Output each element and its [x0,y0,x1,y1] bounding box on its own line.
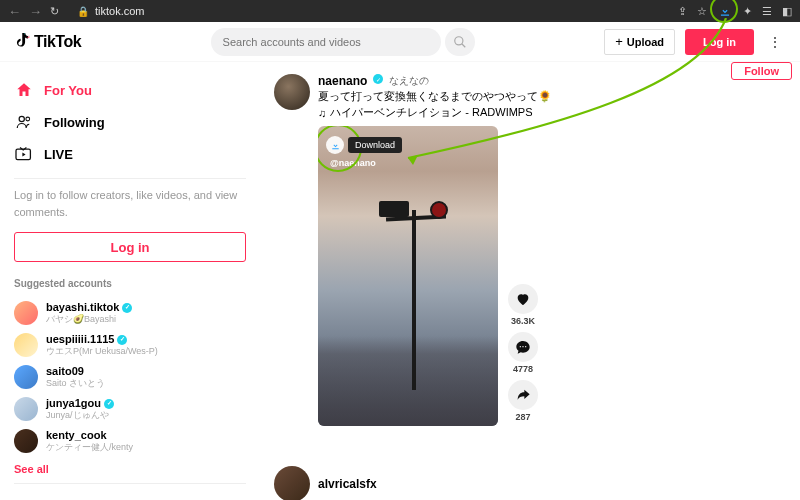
avatar [14,365,38,389]
download-extension-icon[interactable] [717,3,733,19]
account-icon[interactable]: ☰ [762,5,772,18]
browser-chrome: ← → ↻ 🔒 tiktok.com ⇪ ☆ ✦ ☰ ◧ [0,0,800,22]
post-avatar[interactable] [274,74,310,110]
forward-icon[interactable]: → [29,4,42,19]
url-text: tiktok.com [95,5,145,17]
account-sub: Saito さいとう [46,378,105,389]
share-count: 287 [515,412,530,422]
post-username[interactable]: naenano [318,74,367,88]
login-message: Log in to follow creators, like videos, … [14,187,246,220]
music-icon: ♫ [318,107,326,119]
sidebar: For You Following LIVE Log in to follow … [0,62,260,500]
svg-point-6 [522,346,523,347]
feed: Follow naenano ✓ なえなの 夏って打って変換無くなるまでのやつや… [260,62,800,500]
tiktok-header: TikTok + Upload Log in ⋮ [0,22,800,62]
verified-icon: ✓ [122,303,132,313]
live-icon [14,144,34,164]
heart-icon [508,284,538,314]
suggested-account[interactable]: bayashi.tiktok✓ バヤシ🥑Bayashi [14,297,246,329]
video-bg [412,210,416,390]
account-sub: Junya/じゅんや [46,410,114,421]
download-overlay[interactable]: Download [326,136,402,154]
search-icon [453,35,467,49]
sidebar-login-button[interactable]: Log in [14,232,246,262]
svg-point-0 [454,36,462,44]
nav-following[interactable]: Following [14,106,246,138]
avatar [14,429,38,453]
reload-icon[interactable]: ↻ [50,5,59,18]
see-all-link[interactable]: See all [14,463,246,475]
more-menu-icon[interactable]: ⋮ [764,34,786,50]
post-display-name: なえなの [389,74,429,88]
login-label: Log in [703,36,736,48]
comment-action[interactable]: 4778 [508,332,538,374]
svg-line-1 [461,43,465,47]
comment-icon [508,332,538,362]
upload-label: Upload [627,36,664,48]
plus-icon: + [615,34,623,49]
download-tooltip: Download [348,137,402,153]
account-username: bayashi.tiktok [46,301,119,314]
account-sub: バヤシ🥑Bayashi [46,314,132,325]
nav-live[interactable]: LIVE [14,138,246,170]
comment-count: 4778 [513,364,533,374]
like-action[interactable]: 36.3K [508,284,538,326]
suggested-account[interactable]: saito09 Saito さいとう [14,361,246,393]
svg-point-3 [26,117,30,121]
search-input[interactable] [223,36,429,48]
search-box[interactable] [211,28,441,56]
like-count: 36.3K [511,316,535,326]
account-username: saito09 [46,365,84,378]
svg-point-2 [19,116,24,121]
share-icon[interactable]: ⇪ [678,5,687,18]
account-sub: ウエスP(Mr Uekusa/Wes-P) [46,346,158,357]
post-music[interactable]: ♫ ハイパーベンチレイション - RADWIMPS [318,105,786,120]
share-icon [508,380,538,410]
upload-button[interactable]: + Upload [604,29,675,55]
avatar [14,397,38,421]
window-icon[interactable]: ◧ [782,5,792,18]
lock-icon: 🔒 [77,6,89,17]
login-button[interactable]: Log in [685,29,754,55]
puzzle-icon[interactable]: ✦ [743,5,752,18]
post-actions: 36.3K 4778 287 [508,284,538,426]
video-player[interactable]: Download @naenano [318,126,498,426]
sidebar-login-label: Log in [111,240,150,255]
suggested-account[interactable]: junya1gou✓ Junya/じゅんや [14,393,246,425]
svg-point-5 [520,346,521,347]
video-bg [318,336,498,426]
svg-point-7 [525,346,526,347]
account-username: kenty_cook [46,429,107,442]
suggested-account[interactable]: kenty_cook ケンティー健人/kenty [14,425,246,457]
star-icon[interactable]: ☆ [697,5,707,18]
verified-icon: ✓ [104,399,114,409]
account-username: junya1gou [46,397,101,410]
url-bar[interactable]: 🔒 tiktok.com [67,5,670,17]
search-button[interactable] [445,28,475,56]
suggested-heading: Suggested accounts [14,278,246,289]
tiktok-logo[interactable]: TikTok [14,33,81,51]
back-icon[interactable]: ← [8,4,21,19]
post: naenano ✓ なえなの 夏って打って変換無くなるまでのやつやって🌻 ♫ ハ… [274,74,786,426]
account-username: uespiiiii.1115 [46,333,114,346]
avatar [14,333,38,357]
video-bg [379,201,409,217]
post-caption: 夏って打って変換無くなるまでのやつやって🌻 [318,89,786,104]
divider [14,483,246,484]
people-icon [14,112,34,132]
post-username[interactable]: alvricalsfx [318,477,377,491]
chrome-toolbar-icons: ⇪ ☆ ✦ ☰ ◧ [678,3,792,19]
account-sub: ケンティー健人/kenty [46,442,133,453]
nav-label: LIVE [44,147,73,162]
suggested-account[interactable]: uespiiiii.1115✓ ウエスP(Mr Uekusa/Wes-P) [14,329,246,361]
video-bg [430,201,448,219]
avatar [14,301,38,325]
nav-for-you[interactable]: For You [14,74,246,106]
nav-label: For You [44,83,92,98]
post-avatar[interactable] [274,466,310,500]
download-icon[interactable] [326,136,344,154]
home-icon [14,80,34,100]
post: alvricalsfx [274,466,786,500]
share-action[interactable]: 287 [508,380,538,422]
annotation-circle [710,0,738,23]
